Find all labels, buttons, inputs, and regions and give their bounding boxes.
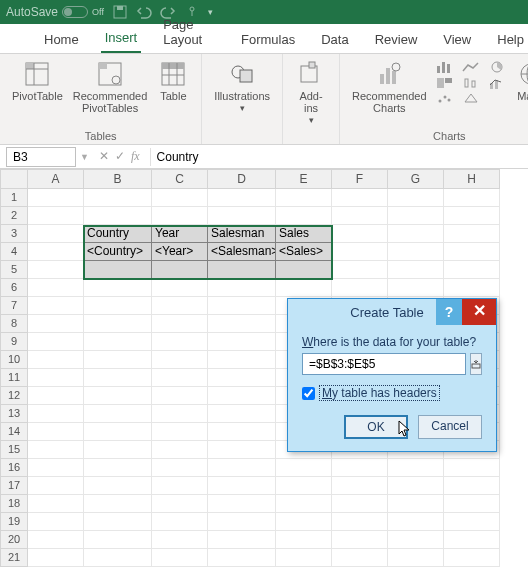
table-button[interactable]: Table	[153, 58, 193, 104]
cell[interactable]	[388, 459, 444, 477]
cell[interactable]	[388, 243, 444, 261]
cell[interactable]	[84, 261, 152, 279]
row-header[interactable]: 12	[0, 387, 28, 405]
chart-type-buttons[interactable]	[433, 58, 457, 108]
row-header[interactable]: 19	[0, 513, 28, 531]
cell[interactable]	[332, 495, 388, 513]
cell[interactable]: Country	[84, 225, 152, 243]
cell[interactable]	[208, 477, 276, 495]
col-header[interactable]: B	[84, 169, 152, 189]
cell[interactable]	[444, 549, 500, 567]
cell[interactable]	[208, 297, 276, 315]
cell[interactable]	[388, 549, 444, 567]
cell[interactable]	[332, 459, 388, 477]
cell[interactable]	[444, 531, 500, 549]
row-header[interactable]: 14	[0, 423, 28, 441]
cell[interactable]	[444, 207, 500, 225]
cell[interactable]	[332, 513, 388, 531]
cell[interactable]	[152, 333, 208, 351]
cell[interactable]	[152, 387, 208, 405]
col-header[interactable]: E	[276, 169, 332, 189]
tab-help[interactable]: Help	[493, 26, 528, 53]
tab-data[interactable]: Data	[317, 26, 352, 53]
cell[interactable]	[276, 531, 332, 549]
row-header[interactable]: 5	[0, 261, 28, 279]
tab-view[interactable]: View	[439, 26, 475, 53]
enter-formula-icon[interactable]: ✓	[115, 149, 125, 164]
cell[interactable]	[152, 549, 208, 567]
autosave-toggle[interactable]: AutoSave Off	[6, 5, 104, 19]
headers-checkbox[interactable]	[302, 387, 315, 400]
chart-type-buttons-2[interactable]	[459, 58, 483, 108]
cell[interactable]	[276, 261, 332, 279]
cell[interactable]	[28, 369, 84, 387]
cell[interactable]	[28, 477, 84, 495]
formula-bar[interactable]: Country	[150, 148, 522, 166]
cell[interactable]	[152, 531, 208, 549]
select-all-corner[interactable]	[0, 169, 28, 189]
cell[interactable]	[208, 261, 276, 279]
recommended-charts-button[interactable]: Recommended Charts	[348, 58, 431, 116]
cell[interactable]	[444, 261, 500, 279]
range-input[interactable]	[302, 353, 466, 375]
cell[interactable]	[332, 549, 388, 567]
row-header[interactable]: 1	[0, 189, 28, 207]
cell[interactable]	[208, 369, 276, 387]
cell[interactable]	[84, 477, 152, 495]
cell[interactable]	[28, 549, 84, 567]
row-header[interactable]: 4	[0, 243, 28, 261]
cell[interactable]	[152, 495, 208, 513]
cell[interactable]	[28, 423, 84, 441]
cell[interactable]	[28, 207, 84, 225]
cell[interactable]	[332, 261, 388, 279]
cell[interactable]: Year	[152, 225, 208, 243]
cell[interactable]	[388, 279, 444, 297]
tab-insert[interactable]: Insert	[101, 24, 142, 53]
cell[interactable]	[84, 441, 152, 459]
cell[interactable]	[84, 423, 152, 441]
cell[interactable]	[208, 423, 276, 441]
cancel-formula-icon[interactable]: ✕	[99, 149, 109, 164]
cell[interactable]	[388, 225, 444, 243]
cell[interactable]	[208, 441, 276, 459]
cell[interactable]	[208, 513, 276, 531]
row-header[interactable]: 18	[0, 495, 28, 513]
cell[interactable]	[152, 513, 208, 531]
cell[interactable]	[28, 387, 84, 405]
row-header[interactable]: 10	[0, 351, 28, 369]
row-header[interactable]: 3	[0, 225, 28, 243]
recommended-pivottables-button[interactable]: Recommended PivotTables	[69, 58, 152, 116]
redo-icon[interactable]	[160, 4, 176, 20]
cell[interactable]	[152, 261, 208, 279]
cell[interactable]	[28, 351, 84, 369]
cell[interactable]	[388, 477, 444, 495]
cell[interactable]	[444, 513, 500, 531]
row-header[interactable]: 9	[0, 333, 28, 351]
tab-formulas[interactable]: Formulas	[237, 26, 299, 53]
cell[interactable]	[276, 189, 332, 207]
cell[interactable]	[84, 405, 152, 423]
cell[interactable]	[152, 207, 208, 225]
help-button[interactable]: ?	[436, 299, 462, 325]
cell[interactable]	[208, 387, 276, 405]
cell[interactable]	[152, 441, 208, 459]
cell[interactable]	[84, 351, 152, 369]
cell[interactable]	[276, 477, 332, 495]
cell[interactable]	[208, 459, 276, 477]
cell[interactable]	[84, 369, 152, 387]
cell[interactable]	[444, 225, 500, 243]
cell[interactable]	[152, 279, 208, 297]
cell[interactable]	[84, 315, 152, 333]
namebox-dropdown-icon[interactable]: ▼	[80, 152, 89, 162]
cell[interactable]	[28, 279, 84, 297]
col-header[interactable]: G	[388, 169, 444, 189]
cell[interactable]	[276, 459, 332, 477]
cell[interactable]	[444, 189, 500, 207]
col-header[interactable]: D	[208, 169, 276, 189]
col-header[interactable]: C	[152, 169, 208, 189]
name-box[interactable]: B3	[6, 147, 76, 167]
cell[interactable]	[84, 459, 152, 477]
cell[interactable]	[276, 279, 332, 297]
cell[interactable]	[332, 207, 388, 225]
undo-icon[interactable]	[136, 4, 152, 20]
